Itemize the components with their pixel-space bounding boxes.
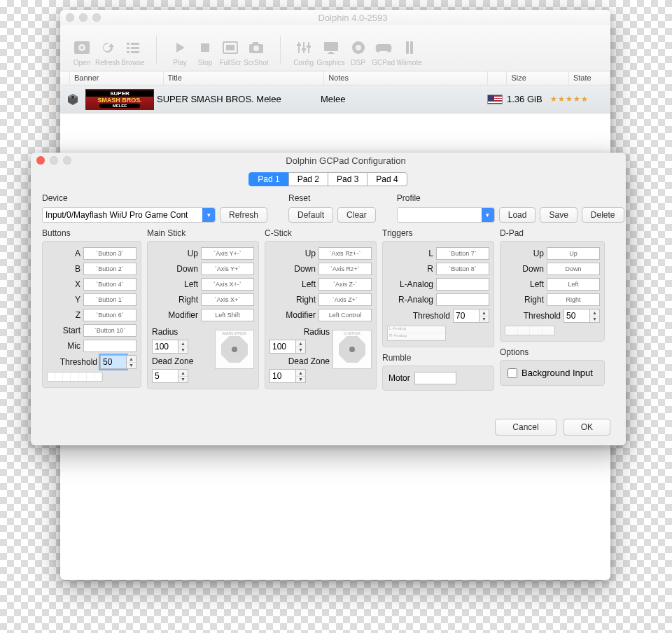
- traffic-zoom[interactable]: [92, 13, 101, 22]
- profile-select[interactable]: ▾: [397, 207, 495, 223]
- options-label: Options: [500, 347, 605, 357]
- tool-screenshot[interactable]: ScrShot: [244, 38, 269, 67]
- chevron-down-icon: ▾: [202, 208, 215, 222]
- map-ms-left[interactable]: `Axis X+-`: [201, 278, 254, 291]
- background-input-checkbox[interactable]: [507, 368, 517, 378]
- delete-button[interactable]: Delete: [582, 207, 624, 223]
- svg-rect-3: [127, 43, 130, 45]
- dialog-traffic-lights[interactable]: [36, 156, 71, 165]
- map-la[interactable]: [436, 278, 489, 291]
- tool-dsp[interactable]: DSP: [346, 38, 370, 67]
- tab-pad-1[interactable]: Pad 1: [248, 172, 288, 186]
- tool-wiimote[interactable]: Wiimote: [397, 38, 422, 67]
- map-l[interactable]: `Button 7`: [436, 247, 489, 260]
- ms-dead-spin[interactable]: ▲▼: [152, 369, 212, 383]
- refresh-button[interactable]: Refresh: [220, 207, 267, 223]
- map-mic[interactable]: [83, 340, 136, 352]
- tab-pad-4[interactable]: Pad 4: [367, 172, 407, 186]
- map-a[interactable]: `Button 3`: [83, 247, 136, 260]
- map-motor[interactable]: [414, 372, 456, 384]
- map-b[interactable]: `Button 2`: [83, 263, 136, 275]
- device-select[interactable]: Input/0/Mayflash WiiU Pro Game Cont ▾: [42, 207, 216, 223]
- traffic-minimize[interactable]: [79, 13, 88, 22]
- dialog-zoom-button[interactable]: [63, 156, 71, 165]
- map-ra[interactable]: [436, 293, 489, 306]
- save-button[interactable]: Save: [540, 207, 577, 223]
- svg-point-25: [356, 45, 361, 50]
- cstick-label: C-Stick: [265, 228, 377, 238]
- main-title: Dolphin 4.0-2593: [101, 13, 605, 23]
- chevron-down-icon: ▾: [482, 208, 494, 222]
- svg-rect-21: [324, 42, 338, 51]
- map-x[interactable]: `Button 4`: [83, 278, 136, 291]
- svg-rect-7: [127, 51, 130, 53]
- map-dp-right[interactable]: Right: [547, 293, 600, 306]
- ms-radius-spin[interactable]: ▲▼: [152, 340, 212, 354]
- map-ms-up[interactable]: `Axis Y+-`: [201, 247, 254, 260]
- dialog-title: Dolphin GCPad Configuration: [71, 155, 620, 166]
- map-z[interactable]: `Button 6`: [83, 309, 136, 321]
- traffic-lights[interactable]: [66, 13, 101, 22]
- col-notes[interactable]: Notes: [324, 71, 488, 85]
- traffic-close[interactable]: [66, 13, 74, 22]
- game-size: 1.36 GiB: [507, 94, 550, 104]
- tab-pad-3[interactable]: Pad 3: [328, 172, 368, 186]
- map-y[interactable]: `Button 1`: [83, 293, 136, 306]
- dpad-label: D-Pad: [500, 228, 605, 238]
- fullscreen-icon: [218, 38, 242, 57]
- tool-fullscreen[interactable]: FullScr: [218, 38, 242, 67]
- buttons-threshold-spin[interactable]: ▲▼: [100, 355, 136, 369]
- tool-stop[interactable]: Stop: [193, 38, 217, 67]
- game-banner-art: SUPER SMASH BROS. MELEE: [85, 89, 154, 110]
- map-ms-mod[interactable]: Left Shift: [201, 309, 254, 321]
- tool-open[interactable]: Open: [70, 38, 94, 67]
- tab-pad-2[interactable]: Pad 2: [288, 172, 328, 186]
- ok-button[interactable]: OK: [564, 419, 610, 436]
- cs-dead-spin[interactable]: ▲▼: [270, 369, 330, 383]
- map-dp-down[interactable]: Down: [547, 263, 600, 275]
- tool-browse[interactable]: Browse: [121, 38, 145, 67]
- svg-rect-18: [297, 44, 301, 46]
- map-ms-right[interactable]: `Axis X+`: [201, 293, 254, 306]
- gamepad-icon: [372, 38, 396, 57]
- map-ms-down[interactable]: `Axis Y+`: [201, 263, 254, 275]
- game-row[interactable]: SUPER SMASH BROS. MELEE SUPER SMASH BROS…: [60, 85, 610, 113]
- map-cs-mod[interactable]: Left Control: [318, 309, 372, 321]
- refresh-icon: [96, 38, 120, 57]
- map-cs-left[interactable]: `Axis Z-`: [318, 278, 372, 291]
- tool-config[interactable]: Config: [292, 38, 316, 67]
- map-cs-right[interactable]: `Axis Z+`: [318, 293, 372, 306]
- load-button[interactable]: Load: [499, 207, 536, 223]
- default-button[interactable]: Default: [288, 207, 333, 223]
- tool-play[interactable]: Play: [168, 38, 192, 67]
- map-start[interactable]: `Button 10`: [83, 324, 136, 337]
- dialog-close-button[interactable]: [36, 156, 45, 165]
- tool-refresh[interactable]: Refresh: [95, 38, 120, 67]
- gcpad-config-dialog: Dolphin GCPad Configuration Pad 1 Pad 2 …: [31, 153, 626, 445]
- map-r[interactable]: `Button 8`: [436, 263, 489, 275]
- profile-label: Profile: [397, 193, 624, 203]
- col-title[interactable]: Title: [164, 71, 325, 85]
- col-state[interactable]: State: [569, 71, 610, 85]
- cancel-button[interactable]: Cancel: [495, 419, 556, 436]
- map-cs-down[interactable]: `Axis Rz+`: [318, 263, 372, 275]
- dpad-indicator: [505, 326, 555, 335]
- stop-icon: [193, 38, 217, 57]
- cstick-indicator: C-STICK: [332, 330, 372, 369]
- tool-gcpad[interactable]: GCPad: [372, 38, 396, 67]
- buttons-label: Buttons: [42, 228, 141, 238]
- tool-graphics[interactable]: Graphics: [317, 38, 345, 67]
- game-notes: Melee: [321, 94, 487, 104]
- dpad-threshold-spin[interactable]: ▲▼: [564, 309, 600, 323]
- svg-point-2: [80, 46, 83, 49]
- col-size[interactable]: Size: [507, 71, 568, 85]
- trigger-threshold-spin[interactable]: ▲▼: [453, 309, 489, 323]
- col-banner[interactable]: Banner: [70, 71, 164, 85]
- clear-button[interactable]: Clear: [337, 207, 376, 223]
- dialog-minimize-button[interactable]: [50, 156, 58, 165]
- map-dp-up[interactable]: Up: [547, 247, 600, 260]
- svg-rect-5: [127, 47, 130, 49]
- map-dp-left[interactable]: Left: [547, 278, 600, 291]
- cs-radius-spin[interactable]: ▲▼: [270, 340, 330, 354]
- map-cs-up[interactable]: `Axis Rz+-`: [318, 247, 372, 260]
